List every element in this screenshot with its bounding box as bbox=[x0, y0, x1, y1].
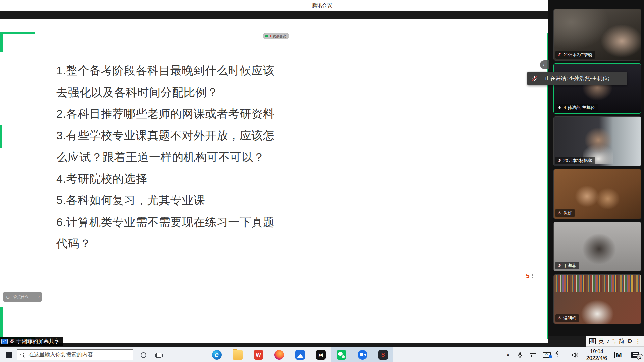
doc-line: 1.整个备考阶段各科目最晚到什么时候应该 bbox=[56, 60, 305, 81]
ime-simplified-button[interactable]: 简 bbox=[619, 338, 624, 344]
camera-dot-icon bbox=[265, 35, 268, 37]
media-app-icon bbox=[295, 350, 305, 360]
ime-language-button[interactable]: 英 bbox=[598, 338, 604, 344]
share-corner-topleft-v bbox=[0, 32, 3, 52]
tencent-meeting-icon bbox=[358, 350, 367, 360]
share-border-left bbox=[1, 33, 1, 339]
taskbar-app-firefox[interactable] bbox=[269, 347, 289, 362]
taskbar-app-s[interactable]: S bbox=[373, 347, 393, 362]
doc-line: 5.各科如何复习，尤其专业课 bbox=[56, 189, 305, 211]
shared-document-text: 1.整个备考阶段各科目最晚到什么时候应该 去强化以及各科时间分配比例？ 2.各科… bbox=[56, 60, 305, 254]
screen-share-banner-text: 于湘菲的屏幕共享 bbox=[16, 338, 59, 345]
tray-time: 19:04 bbox=[590, 348, 603, 355]
edge-icon: e bbox=[212, 350, 222, 360]
participant-nametag: 4-孙浩然-主机位 bbox=[556, 104, 598, 111]
tray-microphone-button[interactable] bbox=[514, 347, 526, 362]
window-title: 腾讯会议 bbox=[312, 2, 332, 9]
chat-collapse-icon[interactable]: ‹ bbox=[38, 295, 40, 299]
ime-toolbar: 拼 英 ♪ ”, 简 ⚙ ⋮ bbox=[586, 336, 644, 347]
taskbar-search-input[interactable]: 在这里输入你要搜索的内容 bbox=[17, 349, 133, 360]
search-placeholder: 在这里输入你要搜索的内容 bbox=[29, 351, 93, 358]
taskbar-app-wps[interactable]: W bbox=[248, 347, 269, 362]
participant-tile[interactable]: 温明哲 bbox=[553, 274, 641, 324]
participant-name: 20计本1杨艳馨 bbox=[563, 158, 592, 164]
sliders-icon bbox=[530, 353, 536, 357]
speaking-indicator-tooltip: 正在讲话: 4-孙浩然-主机位; bbox=[527, 72, 627, 85]
chat-input-widget[interactable]: ☺ 说点什么... ‹ bbox=[3, 292, 42, 302]
participant-tile[interactable]: 20计本1杨艳馨 bbox=[553, 116, 641, 166]
taskbar-app-wechat[interactable] bbox=[331, 347, 352, 362]
doc-line: 2.各科目推荐哪些老师的网课或者考研资料 bbox=[56, 103, 305, 125]
annotation-tool[interactable]: 5 bbox=[526, 272, 533, 280]
participant-name: 你好 bbox=[563, 210, 572, 216]
mic-status-icon bbox=[557, 158, 561, 163]
tray-ime-indicator[interactable]: M bbox=[611, 347, 627, 362]
taskbar-app-tencent-meeting[interactable] bbox=[352, 347, 373, 362]
tray-screen-share-button[interactable] bbox=[539, 347, 554, 362]
share-corner-bottomleft-v bbox=[0, 307, 3, 339]
status-dot-icon bbox=[549, 355, 552, 358]
ime-mode-icon: M bbox=[614, 352, 623, 358]
mic-status-icon bbox=[557, 316, 561, 320]
search-icon bbox=[20, 353, 25, 357]
screen: 腾讯会议 × 腾讯会议 bbox=[0, 0, 644, 362]
taskbar-app-capcut[interactable]: ⧓ bbox=[310, 347, 331, 362]
tray-notification-button[interactable]: 2 bbox=[627, 347, 644, 362]
taskbar-app-row: e W ⧓ S bbox=[206, 347, 393, 362]
sidebar-collapse-button[interactable]: ‹ bbox=[540, 60, 549, 69]
meeting-app-badge-label: 腾讯会议 bbox=[273, 34, 286, 39]
doc-line: 去强化以及各科时间分配比例？ bbox=[56, 81, 305, 103]
participant-nametag: 温明哲 bbox=[555, 314, 579, 322]
system-tray: ∧ 19:04 2022/4/6 M bbox=[502, 347, 644, 362]
participant-tile[interactable]: 你好 bbox=[553, 169, 641, 219]
mic-status-icon bbox=[557, 53, 561, 57]
file-explorer-icon bbox=[233, 350, 243, 360]
firefox-icon bbox=[274, 350, 284, 360]
speaking-indicator-text: 正在讲话: 4-孙浩然-主机位; bbox=[545, 75, 609, 82]
participant-name: 温明哲 bbox=[563, 315, 576, 321]
participant-nametag: 于湘菲 bbox=[555, 262, 579, 269]
speaker-icon bbox=[572, 351, 579, 359]
ime-settings-button[interactable]: ⚙ bbox=[627, 338, 632, 344]
screen-share-banner: 于湘菲的屏幕共享 bbox=[0, 337, 63, 346]
s-app-icon: S bbox=[378, 350, 388, 360]
microphone-icon bbox=[517, 352, 523, 358]
tray-expand-button[interactable]: ∧ bbox=[502, 347, 514, 362]
share-border-bottom bbox=[1, 339, 548, 339]
ime-pinyin-button[interactable]: 拼 bbox=[589, 338, 596, 344]
taskbar-app-edge[interactable]: e bbox=[206, 347, 227, 362]
task-view-button[interactable] bbox=[154, 350, 164, 360]
meeting-app-badge[interactable]: 腾讯会议 bbox=[263, 33, 289, 39]
emoji-icon[interactable]: ☺ bbox=[5, 294, 10, 300]
wps-icon: W bbox=[254, 350, 263, 360]
chat-widget-divider bbox=[36, 294, 36, 299]
shared-screen-area: 腾讯会议 1.整个备考阶段各科目最晚到什么时候应该 去强化以及各科时间分配比例？… bbox=[0, 19, 548, 343]
cortana-button[interactable] bbox=[138, 350, 148, 360]
mic-status-icon bbox=[557, 263, 561, 268]
participant-nametag: 20计本1杨艳馨 bbox=[555, 157, 595, 164]
taskbar-app-media[interactable] bbox=[289, 347, 310, 362]
record-dot-icon bbox=[270, 35, 271, 37]
participants-sidebar: 21计本2卢梦璇 4-孙浩然-主机位 20计本1杨艳馨 bbox=[548, 0, 644, 336]
taskbar-app-file-explorer[interactable] bbox=[227, 347, 248, 362]
participant-tile[interactable]: 4-孙浩然-主机位 bbox=[553, 63, 641, 114]
share-corner-topleft bbox=[1, 32, 35, 34]
windows-logo-icon bbox=[6, 352, 12, 358]
tray-mixer-button[interactable] bbox=[526, 347, 539, 362]
tray-clock[interactable]: 19:04 2022/4/6 bbox=[582, 347, 611, 362]
task-view-icon bbox=[156, 353, 161, 358]
ime-sound-button[interactable]: ♪ bbox=[607, 338, 610, 344]
ime-punctuation-button[interactable]: ”, bbox=[612, 338, 616, 344]
tray-battery-button[interactable] bbox=[554, 347, 568, 362]
notification-count-badge: 2 bbox=[637, 354, 643, 360]
start-button[interactable] bbox=[4, 350, 14, 360]
ime-more-button[interactable]: ⋮ bbox=[635, 338, 641, 344]
chat-input-placeholder[interactable]: 说点什么... bbox=[13, 294, 34, 299]
share-edge-midleft bbox=[0, 125, 2, 148]
chevron-left-icon: ‹ bbox=[543, 62, 544, 67]
annotation-tool-logo: 5 bbox=[526, 272, 530, 280]
participant-tile[interactable]: 21计本2卢梦璇 bbox=[553, 9, 641, 61]
participant-nametag: 你好 bbox=[555, 209, 575, 217]
participant-tile[interactable]: 于湘菲 bbox=[553, 222, 641, 272]
tray-volume-button[interactable] bbox=[568, 347, 582, 362]
